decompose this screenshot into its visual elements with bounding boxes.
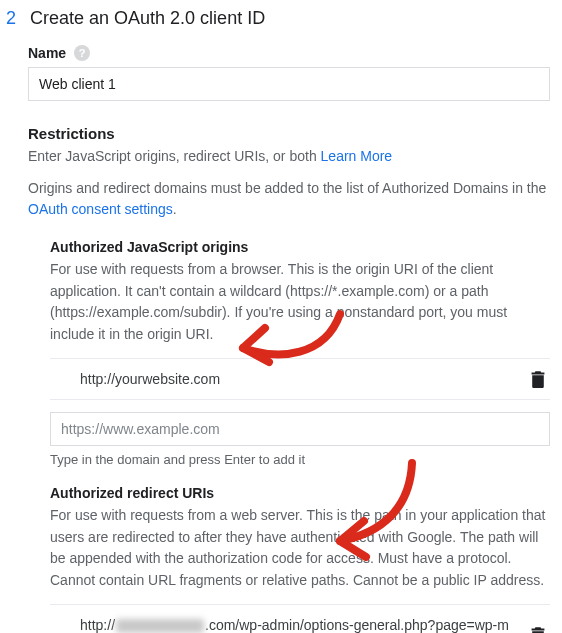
trash-icon[interactable]	[530, 626, 546, 633]
origin-add-input[interactable]	[50, 412, 550, 446]
origin-helper-text: Type in the domain and press Enter to ad…	[50, 452, 550, 467]
name-label: Name	[28, 45, 66, 61]
redirect-uris-heading: Authorized redirect URIs	[50, 485, 550, 501]
name-input[interactable]	[28, 67, 550, 101]
trash-icon[interactable]	[530, 370, 546, 388]
redirect-prefix: http://	[80, 617, 115, 633]
origin-entry-row: http://yourwebsite.com	[50, 359, 550, 400]
learn-more-link[interactable]: Learn More	[321, 148, 393, 164]
origin-entry-value: http://yourwebsite.com	[80, 369, 530, 389]
step-number: 2	[6, 8, 16, 29]
step-title: Create an OAuth 2.0 client ID	[30, 8, 265, 29]
help-icon[interactable]: ?	[74, 45, 90, 61]
restrictions-heading: Restrictions	[28, 125, 550, 142]
js-origins-heading: Authorized JavaScript origins	[50, 239, 550, 255]
redacted-domain	[116, 619, 204, 633]
oauth-consent-link[interactable]: OAuth consent settings	[28, 201, 173, 217]
restrictions-intro: Enter JavaScript origins, redirect URIs,…	[28, 146, 550, 168]
domains-note-b: .	[173, 201, 177, 217]
redirect-entry-row: http://.com/wp-admin/options-general.php…	[50, 605, 550, 633]
domains-note-a: Origins and redirect domains must be add…	[28, 180, 546, 196]
restrictions-domains-note: Origins and redirect domains must be add…	[28, 178, 550, 221]
redirect-uris-description: For use with requests from a web server.…	[50, 505, 550, 592]
js-origins-description: For use with requests from a browser. Th…	[50, 259, 550, 346]
restrictions-intro-text: Enter JavaScript origins, redirect URIs,…	[28, 148, 321, 164]
redirect-entry-value: http://.com/wp-admin/options-general.php…	[80, 615, 530, 633]
